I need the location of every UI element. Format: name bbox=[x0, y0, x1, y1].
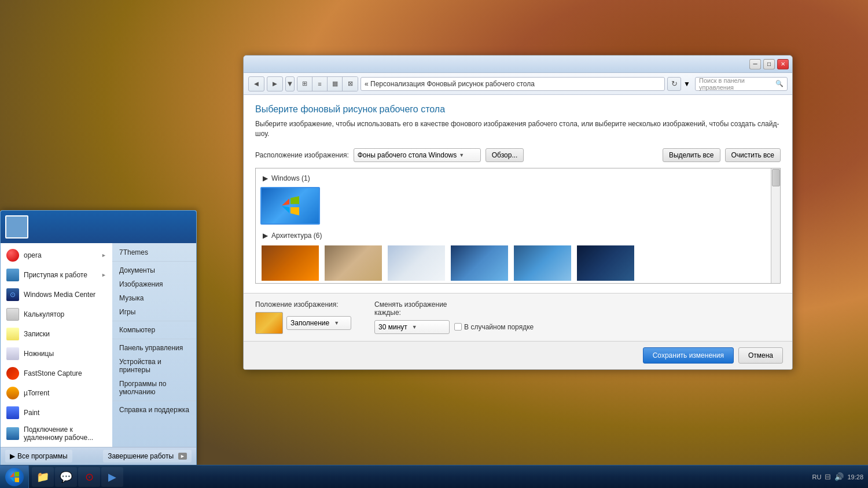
right-item-7themes[interactable]: 7Themes bbox=[112, 245, 196, 259]
notes-label: Записки bbox=[24, 330, 50, 338]
dialog-titlebar: ─ □ ✕ bbox=[244, 56, 792, 73]
position-dropdown[interactable]: Заполнение ▼ bbox=[286, 316, 351, 330]
location-label: Расположение изображения: bbox=[255, 151, 349, 159]
start-menu: opera ► Приступая к работе ► ⊙ Windows M… bbox=[0, 210, 197, 465]
browse-button[interactable]: Обзор... bbox=[486, 148, 524, 162]
view-list-button[interactable]: ≡ bbox=[312, 77, 328, 91]
taskbar-time: 19:28 bbox=[847, 474, 863, 480]
image-position-row: Положение изображения: Заполнение ▼ Смен… bbox=[255, 300, 781, 334]
change-section: Сменять изображение каждые: 30 минут ▼ В… bbox=[374, 300, 534, 334]
interval-dropdown-arrow: ▼ bbox=[412, 324, 417, 330]
shutdown-label: Завершение работы bbox=[108, 452, 174, 460]
forward-button[interactable]: ► bbox=[267, 76, 283, 91]
right-item-devices[interactable]: Устройства и принтеры bbox=[112, 355, 196, 377]
opera-arrow: ► bbox=[101, 252, 106, 258]
dialog-heading: Выберите фоновый рисунок рабочего стола bbox=[255, 104, 781, 115]
taskbar-opera-icon: ⊙ bbox=[85, 471, 94, 483]
back-button[interactable]: ◄ bbox=[248, 76, 264, 91]
menu-item-scissors[interactable]: Ножницы bbox=[1, 344, 112, 364]
view-buttons: ⊞ ≡ ▦ ⊠ bbox=[297, 76, 358, 91]
taskbar: 📁 💬 ⊙ ▶ RU ⊟ 🔊 19:28 bbox=[0, 465, 868, 488]
start-button[interactable] bbox=[0, 465, 29, 489]
position-inner: Заполнение ▼ bbox=[255, 312, 351, 334]
getting-started-icon bbox=[6, 269, 19, 281]
location-dropdown[interactable]: Фоны рабочего стола Windows ▼ bbox=[354, 148, 481, 162]
wallpaper-item-arch4[interactable] bbox=[450, 244, 509, 282]
view-detail-button[interactable]: ▦ bbox=[328, 77, 343, 91]
wallpaper-item-arch2[interactable] bbox=[323, 244, 383, 282]
right-item-games[interactable]: Игры bbox=[112, 305, 196, 319]
right-item-music[interactable]: Музыка bbox=[112, 291, 196, 305]
gallery-section-title-windows: ▶ Windows (1) bbox=[260, 173, 766, 184]
taskbar-item-skype[interactable]: 💬 bbox=[55, 467, 77, 487]
right-item-images[interactable]: Изображения bbox=[112, 277, 196, 291]
taskbar-item-media[interactable]: ▶ bbox=[101, 467, 123, 487]
dialog-content: Выберите фоновый рисунок рабочего стола … bbox=[244, 95, 792, 293]
shutdown-button[interactable]: Завершение работы ► bbox=[103, 450, 192, 463]
wallpaper-item-arch5[interactable] bbox=[513, 244, 572, 282]
gallery-images-architecture bbox=[260, 244, 766, 282]
search-icon: 🔍 bbox=[775, 80, 784, 87]
network-icon: ⊟ bbox=[825, 472, 831, 481]
taskbar-item-opera[interactable]: ⊙ bbox=[78, 467, 100, 487]
wallpaper-preview-arch5 bbox=[514, 245, 571, 281]
taskbar-item-explorer[interactable]: 📁 bbox=[32, 467, 54, 487]
menu-item-windows-media-center[interactable]: ⊙ Windows Media Center bbox=[1, 285, 112, 304]
cancel-button[interactable]: Отмена bbox=[738, 347, 783, 364]
faststone-label: FastStone Capture bbox=[24, 369, 82, 377]
refresh-arrow[interactable]: ▼ bbox=[683, 80, 693, 88]
user-avatar bbox=[5, 215, 28, 239]
menu-item-calculator[interactable]: Калькулятор bbox=[1, 304, 112, 324]
getting-started-label: Приступая к работе bbox=[24, 271, 87, 279]
wallpaper-preview-arch2 bbox=[325, 245, 382, 281]
random-label: В случайном порядке bbox=[464, 323, 534, 331]
menu-item-opera[interactable]: opera ► bbox=[1, 245, 112, 265]
scrollbar-thumb[interactable] bbox=[772, 169, 780, 186]
dropdown-button[interactable]: ▼ bbox=[285, 76, 295, 91]
wallpaper-item-arch6[interactable] bbox=[576, 244, 635, 282]
menu-item-faststone[interactable]: FastStone Capture bbox=[1, 364, 112, 383]
right-separator-1 bbox=[112, 261, 196, 262]
wallpaper-item-arch1[interactable] bbox=[260, 244, 320, 282]
refresh-button[interactable]: ↻ bbox=[667, 77, 681, 91]
view-grid-button[interactable]: ⊞ bbox=[297, 77, 312, 91]
faststone-icon bbox=[6, 367, 19, 380]
maximize-button[interactable]: □ bbox=[763, 59, 775, 69]
wallpaper-item-win7[interactable] bbox=[260, 187, 320, 225]
wallpaper-gallery[interactable]: ▶ Windows (1) bbox=[255, 168, 781, 284]
bottom-controls: Положение изображения: Заполнение ▼ Смен… bbox=[244, 293, 792, 341]
right-item-control-panel[interactable]: Панель управления bbox=[112, 341, 196, 355]
start-menu-left: opera ► Приступая к работе ► ⊙ Windows M… bbox=[1, 243, 112, 447]
menu-item-notes[interactable]: Записки bbox=[1, 324, 112, 344]
windows-start-icon bbox=[9, 472, 20, 482]
gallery-scrollbar[interactable] bbox=[771, 168, 780, 283]
shutdown-arrow: ► bbox=[178, 453, 187, 460]
select-all-button[interactable]: Выделить все bbox=[663, 148, 720, 162]
menu-item-utorrent[interactable]: µTorrent bbox=[1, 383, 112, 403]
close-button[interactable]: ✕ bbox=[777, 59, 789, 69]
menu-item-getting-started[interactable]: Приступая к работе ► bbox=[1, 265, 112, 285]
wallpaper-item-arch3[interactable] bbox=[387, 244, 446, 282]
utorrent-label: µTorrent bbox=[24, 389, 49, 397]
menu-item-paint[interactable]: Paint bbox=[1, 403, 112, 423]
start-orb bbox=[5, 468, 24, 486]
search-box[interactable]: Поиск в панели управления 🔍 bbox=[695, 77, 788, 91]
interval-dropdown[interactable]: 30 минут ▼ bbox=[374, 320, 450, 334]
interval-value: 30 минут bbox=[378, 323, 407, 331]
right-item-documents[interactable]: Документы bbox=[112, 263, 196, 277]
right-separator-2 bbox=[112, 321, 196, 321]
menu-item-remote[interactable]: Подключение к удаленному рабоче... bbox=[1, 423, 112, 445]
change-controls: 30 минут ▼ В случайном порядке bbox=[374, 320, 534, 334]
breadcrumb: « Персонализация Фоновый рисунок рабочег… bbox=[361, 77, 665, 91]
random-checkbox[interactable] bbox=[454, 323, 462, 331]
view-extra-button[interactable]: ⊠ bbox=[343, 77, 358, 91]
right-item-default-programs[interactable]: Программы по умолчанию bbox=[112, 377, 196, 399]
calculator-icon bbox=[6, 308, 19, 321]
right-item-help[interactable]: Справка и поддержка bbox=[112, 403, 196, 417]
paint-label: Paint bbox=[24, 409, 39, 417]
clear-all-button[interactable]: Очистить все bbox=[725, 148, 781, 162]
save-button[interactable]: Сохранить изменения bbox=[643, 347, 734, 364]
all-programs-button[interactable]: ▶ Все программы bbox=[5, 450, 72, 463]
right-item-computer[interactable]: Компьютер bbox=[112, 323, 196, 337]
minimize-button[interactable]: ─ bbox=[749, 59, 761, 69]
